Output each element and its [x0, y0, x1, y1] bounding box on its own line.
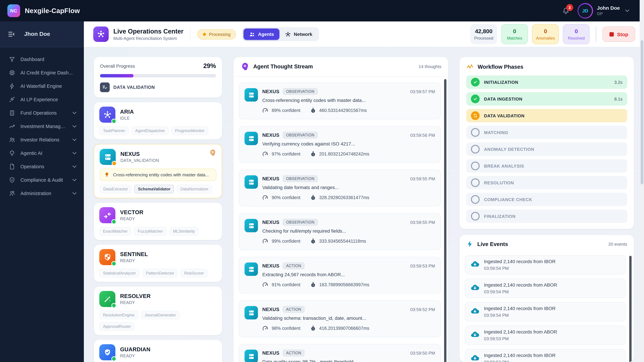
stopwatch-icon [310, 194, 316, 201]
live-events-title: Live Events [477, 241, 508, 247]
agent-status: READY [120, 258, 148, 263]
agent-thought-text: Cross-referencing entity codes with mast… [113, 172, 209, 177]
sidebar-item-administration[interactable]: Administration [0, 187, 84, 200]
thought-confidence: 91% confident [272, 282, 300, 287]
thought-type-badge: OBSERVATION [283, 175, 318, 182]
sidebar-item-ai-waterfall-engine[interactable]: AI Waterfall Engine [0, 79, 84, 93]
sidebar-item-agentic-ai[interactable]: Agentic AI [0, 146, 84, 160]
tool-tag-exactmatcher: ExactMatcher [99, 227, 131, 236]
thought-agent: NEXUS [262, 350, 280, 356]
sidebar-item-label: Fund Operations [20, 110, 66, 116]
agent-avatar [99, 291, 116, 307]
gauge-icon [262, 282, 269, 288]
sidebar-collapse-icon[interactable] [8, 30, 16, 38]
cloud-download-icon [470, 259, 480, 270]
chevron-down-icon [71, 163, 78, 170]
stat-resolved-label: Resolved [568, 36, 585, 40]
thought-type-badge: ACTION [283, 306, 305, 313]
thought-type-badge: ACTION [283, 350, 305, 356]
network-icon [285, 31, 291, 37]
thought-type-badge: OBSERVATION [283, 219, 318, 226]
sidebar-item-compliance-audit[interactable]: Compliance & Audit [0, 173, 84, 187]
agent-card-sentinel[interactable]: SENTINEL READY StatisticalAnalyzerPatter… [94, 245, 222, 282]
agent-card-resolver[interactable]: RESOLVER READY ResolutionEngineJournalGe… [94, 287, 222, 335]
thought-confidence: 98% confident [272, 326, 300, 331]
workflow-phase-data-validation: DATA VALIDATION [466, 109, 627, 122]
sidebar-menu: Dashboard AI Credit Engine Dash... AI Wa… [0, 47, 84, 200]
thought-stream-title: Agent Thought Stream [253, 63, 313, 70]
divider [596, 26, 596, 42]
sidebar-item-dashboard[interactable]: Dashboard [0, 53, 84, 66]
gauge-icon [262, 151, 269, 157]
check-icon [472, 96, 478, 102]
avatar: JD [578, 3, 593, 18]
page-scrollbar-thumb[interactable] [640, 40, 643, 184]
agent-avatar [244, 263, 258, 276]
stop-button[interactable]: Stop [602, 26, 635, 42]
stat-matches: 0 Matches [501, 24, 528, 44]
trending-up-icon [9, 123, 16, 130]
agent-avatar [244, 88, 258, 102]
notifications-button[interactable]: 3 [561, 6, 570, 15]
stream-scrollbar[interactable] [444, 79, 446, 362]
cloud-download-icon [470, 283, 480, 293]
file-icon [9, 163, 16, 170]
refresh-icon [472, 113, 478, 118]
page-header: Live Operations Center Multi-Agent Recon… [84, 21, 644, 47]
sidebar-item-fund-operations[interactable]: Fund Operations [0, 106, 84, 120]
phase-pending-icon [471, 195, 480, 204]
thought-agent: NEXUS [262, 132, 280, 138]
thought-entry: NEXUS OBSERVATION 03:59:57 PM Cross-refe… [239, 82, 441, 119]
app-logo-text: NC [10, 8, 17, 13]
sidebar-item-investor-relations[interactable]: Investor Relations [0, 133, 84, 146]
sidebar-item-label: Administration [20, 191, 66, 196]
stopwatch-icon [310, 282, 316, 288]
avatar-initials: JD [582, 8, 588, 13]
workflow-phase-initialization: INITIALIZATION 3.2s [466, 75, 627, 89]
page-scrollbar[interactable] [640, 0, 644, 362]
tab-network[interactable]: Network [280, 28, 318, 40]
people-icon [249, 31, 256, 37]
sidebar-item-label: AI LP Experience [20, 97, 78, 102]
page-title: Live Operations Center [113, 28, 184, 35]
progress-current-phase: DATA VALIDATION [113, 85, 155, 90]
tab-agents[interactable]: Agents [244, 28, 280, 40]
tool-tag-fuzzymatcher: FuzzyMatcher [134, 227, 167, 236]
agent-card-aria[interactable]: ARIA IDLE TaskPlannerAgentDispatcherProg… [94, 102, 222, 139]
shield-icon [103, 253, 112, 262]
thought-time: 03:59:50 PM [410, 351, 435, 356]
agent-card-vector[interactable]: VECTOR READY ExactMatcherFuzzyMatcherMLS… [94, 203, 222, 240]
events-scrollbar[interactable] [629, 256, 632, 362]
chevron-down-icon [71, 177, 78, 183]
event-item: Ingested 2,140 records from ABOR 03:59:5… [465, 326, 626, 345]
phase-check-icon [471, 94, 480, 103]
agent-avatar [244, 219, 258, 232]
thought-time: 03:59:55 PM [410, 220, 435, 225]
tool-tag-agentdispatcher: AgentDispatcher [132, 126, 168, 135]
phase-name: FINALIZATION [484, 214, 516, 219]
agent-tools: StatisticalAnalyzerPatternDetectorRiskSc… [99, 269, 217, 278]
sidebar-item-operations[interactable]: Operations [0, 160, 84, 173]
cpu-icon [9, 69, 16, 76]
sidebar-item-ai-lp-experience[interactable]: AI LP Experience [0, 93, 84, 106]
workflow-phases-panel: Workflow Phases INITIALIZATION 3.2s DATA… [460, 57, 634, 229]
event-time: 03:59:54 PM [484, 289, 557, 294]
workflow-phase-compliance-check: COMPLIANCE CHECK [466, 193, 627, 206]
thought-duration: 328.29280263361477ms [319, 195, 369, 200]
agents-column: Overall Progress 29% DATA VALIDATION ARI [94, 57, 222, 362]
sidebar-item-investment-manage[interactable]: Investment Manage... [0, 120, 84, 133]
user-role: GP [597, 11, 620, 16]
tool-tag-statisticalanalyzer: StatisticalAnalyzer [99, 269, 140, 278]
event-item: Ingested 2,140 records from IBOR 03:59:5… [465, 302, 626, 322]
zap-icon [466, 240, 474, 248]
user-menu[interactable]: JD John Doe GP [578, 3, 630, 18]
thought-time: 03:59:55 PM [410, 176, 435, 181]
stat-resolved: 0 Resolved [563, 24, 590, 44]
check-icon [472, 79, 478, 85]
sidebar-item-ai-credit-engine-dash[interactable]: AI Credit Engine Dash... [0, 66, 84, 79]
agent-card-nexus[interactable]: NEXUS DATA_VALIDATION Cross-referencing … [94, 144, 222, 198]
thought-confidence: 97% confident [272, 151, 300, 157]
sidebar-item-label: Dashboard [20, 57, 78, 62]
agent-card-guardian[interactable]: GUARDIAN READY AuditTrailLoggerComplianc… [94, 340, 222, 362]
zap-icon [9, 83, 16, 89]
